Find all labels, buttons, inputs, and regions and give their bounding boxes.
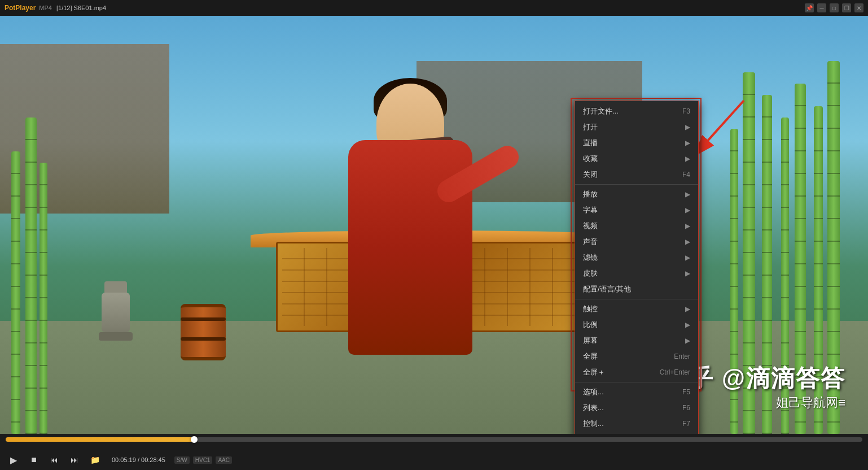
menu-arrow-skin: ▶ [685, 269, 690, 277]
menu-item-close[interactable]: 关闭F4 [575, 167, 698, 182]
menu-item-controls[interactable]: 控制...F7 [575, 416, 698, 432]
menu-label-options: 选项... [583, 387, 604, 397]
menu-item-config[interactable]: 配置/语言/其他 [575, 281, 698, 297]
file-name: [1/12] S6E01.mp4 [56, 5, 106, 11]
current-time: 00:05:19 [112, 456, 136, 463]
menu-sep-sep1 [575, 184, 698, 185]
menu-arrow-video: ▶ [685, 222, 690, 230]
menu-label-audio: 声音 [583, 237, 598, 247]
maximize-button[interactable]: □ [830, 3, 839, 12]
bamboo-l2 [25, 118, 37, 434]
menu-label-playlist: 直播 [583, 138, 598, 148]
menu-item-video[interactable]: 视频▶ [575, 218, 698, 234]
menu-item-calibrate[interactable]: 触控▶ [575, 301, 698, 317]
control-buttons: ▶ ■ ⏮ ⏭ 📁 00:05:19 / 00:28:45 S/W HVC1 A… [0, 452, 868, 468]
menu-arrow-playlist: ▶ [685, 139, 690, 147]
menu-item-audio[interactable]: 声音▶ [575, 234, 698, 250]
barrel-left [181, 304, 226, 360]
restore-button[interactable]: ❐ [842, 3, 851, 12]
stone-lantern [102, 281, 130, 349]
character-body [348, 140, 472, 355]
menu-item-properties[interactable]: 属性...Ctrl+F1 [575, 432, 698, 434]
codec-sw: S/W [174, 456, 190, 464]
progress-bar[interactable] [6, 437, 862, 442]
menu-item-ratio[interactable]: 比例▶ [575, 317, 698, 333]
menu-label-ratio: 比例 [583, 320, 598, 330]
bamboo-l1 [11, 151, 20, 434]
menu-label-list: 列表... [583, 403, 604, 413]
menu-label-playback: 播放 [583, 189, 598, 199]
menu-sep-sep3 [575, 382, 698, 382]
menu-shortcut-options: F5 [682, 388, 690, 396]
menu-sep-sep2 [575, 299, 698, 299]
menu-label-screen: 屏幕 [583, 336, 598, 346]
minimize-button[interactable]: ─ [817, 3, 826, 12]
title-bar: PotPlayer MP4 [1/12] S6E01.mp4 📌 ─ □ ❐ ✕ [0, 0, 868, 16]
menu-arrow-calibrate: ▶ [685, 305, 690, 313]
menu-item-subtitles[interactable]: 字幕▶ [575, 202, 698, 218]
play-button[interactable]: ▶ [6, 452, 21, 468]
menu-label-skin: 皮肤 [583, 268, 598, 278]
prev-button[interactable]: ⏮ [46, 452, 62, 468]
menu-label-filter: 滤镜 [583, 253, 598, 263]
menu-label-config: 配置/语言/其他 [583, 284, 631, 294]
pin-button[interactable]: 📌 [805, 3, 814, 12]
close-button[interactable]: ✕ [854, 3, 863, 12]
menu-label-fullscreen: 全屏 [583, 351, 598, 362]
menu-item-fullscreen[interactable]: 全屏Enter [575, 349, 698, 364]
menu-shortcut-controls: F7 [682, 420, 690, 428]
menu-shortcut-list: F6 [682, 404, 690, 412]
menu-shortcut-close: F4 [682, 171, 690, 179]
menu-shortcut-fullscreen-plus: Ctrl+Enter [660, 368, 690, 376]
menu-item-playback[interactable]: 播放▶ [575, 186, 698, 202]
next-button[interactable]: ⏭ [67, 452, 82, 468]
menu-label-fullscreen-plus: 全屏＋ [583, 367, 605, 377]
stop-button[interactable]: ■ [26, 452, 42, 468]
menu-item-fullscreen-plus[interactable]: 全屏＋Ctrl+Enter [575, 364, 698, 380]
menu-label-open: 打开 [583, 122, 598, 132]
menu-item-skin[interactable]: 皮肤▶ [575, 266, 698, 281]
window-controls: 📌 ─ □ ❐ ✕ [805, 3, 863, 12]
format-badge: MP4 [39, 5, 52, 11]
menu-arrow-screen: ▶ [685, 337, 690, 345]
menu-item-favorites[interactable]: 收藏▶ [575, 151, 698, 167]
app-logo: PotPlayer [5, 4, 36, 12]
controls-bar: ▶ ■ ⏮ ⏭ 📁 00:05:19 / 00:28:45 S/W HVC1 A… [0, 434, 868, 470]
lantern-body [102, 293, 130, 332]
menu-item-filter[interactable]: 滤镜▶ [575, 250, 698, 266]
character [292, 84, 529, 355]
context-menu[interactable]: 打开文件...F3打开▶直播▶收藏▶关闭F4播放▶字幕▶视频▶声音▶滤镜▶皮肤▶… [575, 101, 699, 434]
menu-shortcut-fullscreen: Enter [674, 352, 690, 360]
menu-label-calibrate: 触控 [583, 304, 598, 314]
time-display: 00:05:19 / 00:28:45 [112, 456, 165, 463]
menu-arrow-playback: ▶ [685, 190, 690, 198]
menu-arrow-favorites: ▶ [685, 155, 690, 163]
progress-fill [6, 437, 194, 442]
progress-thumb[interactable] [191, 436, 198, 443]
menu-arrow-ratio: ▶ [685, 321, 690, 329]
codec-hvc1: HVC1 [193, 456, 213, 464]
menu-label-favorites: 收藏 [583, 154, 598, 164]
codec-aac: AAC [216, 456, 232, 464]
menu-shortcut-open-file: F3 [682, 107, 690, 115]
lantern-top [104, 281, 127, 293]
codec-info: S/W HVC1 AAC [174, 456, 232, 464]
menu-item-playlist[interactable]: 直播▶ [575, 135, 698, 151]
menu-label-controls: 控制... [583, 419, 604, 429]
menu-item-open-file[interactable]: 打开文件...F3 [575, 103, 698, 119]
total-time: 00:28:45 [141, 456, 165, 463]
lantern-base [99, 332, 133, 341]
menu-item-open[interactable]: 打开▶ [575, 119, 698, 135]
video-area[interactable]: 打开文件...F3打开▶直播▶收藏▶关闭F4播放▶字幕▶视频▶声音▶滤镜▶皮肤▶… [0, 16, 868, 434]
bamboo-l3 [40, 163, 47, 434]
menu-label-close: 关闭 [583, 169, 598, 180]
menu-arrow-audio: ▶ [685, 238, 690, 246]
menu-item-list[interactable]: 列表...F6 [575, 400, 698, 416]
menu-arrow-open: ▶ [685, 123, 690, 131]
menu-label-subtitles: 字幕 [583, 205, 598, 215]
menu-arrow-filter: ▶ [685, 254, 690, 262]
menu-label-video: 视频 [583, 221, 598, 231]
menu-item-options[interactable]: 选项...F5 [575, 384, 698, 400]
menu-item-screen[interactable]: 屏幕▶ [575, 333, 698, 349]
open-button[interactable]: 📁 [87, 452, 103, 468]
